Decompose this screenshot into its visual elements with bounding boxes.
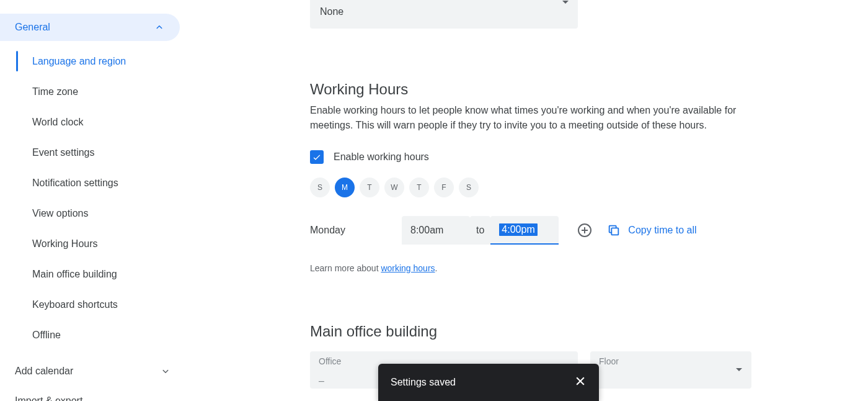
- hours-row-monday: Monday 8:00am to 4:00pm Copy time to all: [310, 216, 843, 245]
- toast-message: Settings saved: [391, 377, 456, 388]
- sidebar-group-label: General: [15, 22, 50, 33]
- sidebar-item-add-calendar[interactable]: Add calendar: [0, 356, 186, 386]
- chevron-up-icon: [154, 22, 165, 33]
- sidebar-item-view-options[interactable]: View options: [0, 198, 186, 228]
- chevron-down-icon: [160, 366, 171, 377]
- sidebar-secondary: Add calendar Import & export: [0, 356, 186, 401]
- toast-close-button[interactable]: [574, 375, 587, 390]
- add-time-range-button[interactable]: [574, 219, 596, 241]
- dropdown-arrow-icon: [562, 0, 569, 5]
- enable-working-hours-row: Enable working hours: [310, 150, 843, 164]
- copy-icon: [607, 223, 621, 237]
- working-hours-description: Enable working hours to let people know …: [310, 103, 781, 133]
- working-hours-help-link[interactable]: working hours: [381, 263, 435, 273]
- enable-working-hours-checkbox[interactable]: [310, 150, 324, 164]
- sidebar-item-event-settings[interactable]: Event settings: [0, 137, 186, 168]
- day-chip-thu[interactable]: T: [409, 178, 429, 197]
- dropdown-arrow-icon: [735, 367, 743, 372]
- sidebar-item-keyboard-shortcuts[interactable]: Keyboard shortcuts: [0, 289, 186, 320]
- learn-more-text: Learn more about working hours.: [310, 263, 843, 273]
- working-hours-title: Working Hours: [310, 81, 843, 98]
- time-to-label: to: [470, 216, 490, 245]
- day-chip-wed[interactable]: W: [384, 178, 404, 197]
- sidebar-item-time-zone[interactable]: Time zone: [0, 76, 186, 107]
- working-hours-section: Working Hours Enable working hours to le…: [310, 81, 843, 273]
- main-content: None Working Hours Enable working hours …: [186, 0, 868, 401]
- sidebar-item-import-export[interactable]: Import & export: [0, 386, 186, 401]
- sidebar-item-main-office-building[interactable]: Main office building: [0, 259, 186, 289]
- main-office-title: Main office building: [310, 323, 843, 340]
- floor-label: Floor: [599, 356, 743, 366]
- day-chip-sat[interactable]: S: [459, 178, 479, 197]
- day-chip-sun[interactable]: S: [310, 178, 330, 197]
- sidebar-group-general[interactable]: General: [0, 14, 180, 41]
- start-time-input[interactable]: 8:00am: [402, 216, 470, 245]
- check-icon: [312, 152, 322, 162]
- day-chip-fri[interactable]: F: [434, 178, 454, 197]
- day-chip-tue[interactable]: T: [360, 178, 379, 197]
- close-icon: [574, 375, 587, 387]
- end-time-input[interactable]: 4:00pm: [490, 216, 559, 245]
- toast-settings-saved: Settings saved: [378, 364, 599, 401]
- svg-rect-3: [612, 228, 619, 235]
- top-dropdown[interactable]: None: [310, 0, 578, 29]
- sidebar-item-working-hours[interactable]: Working Hours: [0, 228, 186, 259]
- day-chip-mon[interactable]: M: [335, 178, 355, 197]
- sidebar-item-world-clock[interactable]: World clock: [0, 107, 186, 137]
- enable-working-hours-label: Enable working hours: [334, 151, 429, 163]
- floor-dropdown[interactable]: Floor: [590, 351, 751, 389]
- copy-time-to-all-button[interactable]: Copy time to all: [607, 223, 696, 237]
- sidebar-item-language-and-region[interactable]: Language and region: [0, 46, 186, 76]
- top-dropdown-value: None: [320, 6, 343, 17]
- sidebar-item-notification-settings[interactable]: Notification settings: [0, 168, 186, 198]
- settings-sidebar: General Language and region Time zone Wo…: [0, 0, 186, 401]
- weekday-selector: S M T W T F S: [310, 178, 843, 197]
- plus-circle-icon: [577, 223, 592, 238]
- sidebar-item-offline[interactable]: Offline: [0, 320, 186, 350]
- hours-day-label: Monday: [310, 225, 402, 236]
- sidebar-sublist: Language and region Time zone World cloc…: [0, 46, 186, 350]
- copy-time-label: Copy time to all: [628, 225, 696, 236]
